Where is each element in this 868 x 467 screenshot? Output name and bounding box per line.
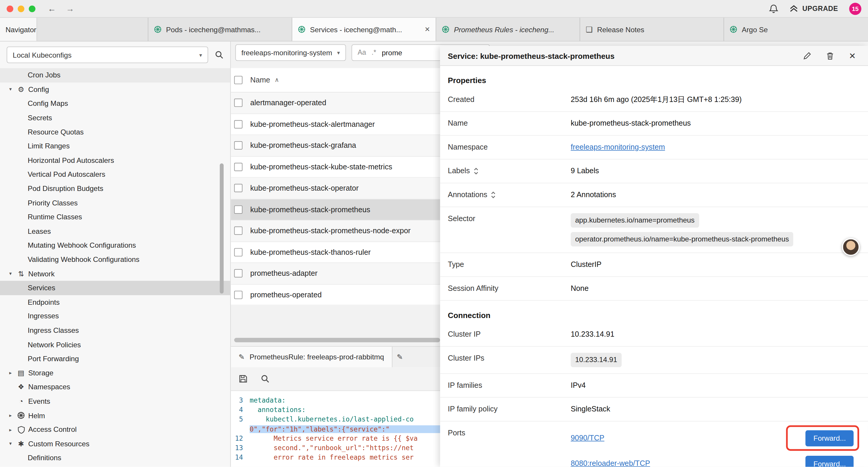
- line-number: 14: [231, 454, 250, 461]
- close-drawer-icon[interactable]: ✕: [849, 51, 856, 61]
- row-checkbox[interactable]: [234, 163, 243, 171]
- sidebar-item-config-maps[interactable]: Config Maps: [0, 96, 230, 111]
- sidebar-item-runtime-classes[interactable]: Runtime Classes: [0, 210, 230, 224]
- regex-toggle[interactable]: .*: [372, 49, 376, 56]
- save-icon[interactable]: [239, 375, 248, 383]
- unfold-more-icon[interactable]: [491, 191, 496, 200]
- sidebar-item-resource-quotas[interactable]: Resource Quotas: [0, 125, 230, 139]
- label-text: IP families: [448, 380, 482, 391]
- sidebar-item-config[interactable]: ▾⚙Config: [0, 82, 230, 96]
- row-checkbox[interactable]: [234, 141, 243, 150]
- column-header-name[interactable]: Name: [250, 76, 270, 84]
- row-checkbox[interactable]: [234, 184, 243, 193]
- editor-tab-pods-icecheng-mathmas[interactable]: Pods - icecheng@mathmas...: [148, 18, 292, 41]
- chevron-down-icon[interactable]: ▾: [6, 441, 16, 447]
- sidebar-item-definitions[interactable]: Definitions: [0, 451, 230, 465]
- row-checkbox[interactable]: [234, 248, 243, 256]
- sidebar-item-storage[interactable]: ▸▤Storage: [0, 366, 230, 380]
- chevron-down-icon[interactable]: ▾: [6, 271, 16, 276]
- chevron-right-icon[interactable]: ▸: [6, 370, 16, 376]
- kubernetes-icon: [298, 25, 306, 33]
- editor-tab-prometheus-rules-icecheng[interactable]: Prometheus Rules - icecheng...: [436, 18, 580, 41]
- notifications-bell-icon[interactable]: [769, 4, 778, 13]
- port-link[interactable]: 8080:reloader-web/TCP: [571, 458, 650, 467]
- sidebar-item-network-policies[interactable]: Network Policies: [0, 338, 230, 352]
- zoom-window-button[interactable]: [29, 5, 35, 12]
- edit-resource-icon[interactable]: [804, 52, 812, 60]
- chevron-right-icon[interactable]: ▸: [6, 413, 16, 418]
- forward-button[interactable]: →: [66, 4, 74, 13]
- editor-tab-services-icecheng-math[interactable]: Services - icecheng@math...✕: [292, 18, 436, 41]
- namespace-selector-value: freeleaps-monitoring-system: [241, 49, 332, 57]
- drawer-row-value: 2 Annotations: [571, 189, 860, 200]
- sidebar-item-custom-resources[interactable]: ▾✱Custom Resources: [0, 437, 230, 451]
- sidebar-item-pod-disruption-budgets[interactable]: Pod Disruption Budgets: [0, 181, 230, 196]
- back-button[interactable]: ←: [48, 4, 56, 13]
- sidebar-item-events[interactable]: ◔Events: [0, 394, 230, 408]
- drawer-row-created: Created253d 16h 6m ago (2025年1月13日 GMT+8…: [440, 88, 868, 112]
- sort-ascending-icon[interactable]: ∧: [275, 77, 279, 84]
- close-tab-icon[interactable]: ✕: [425, 25, 430, 33]
- port-link[interactable]: 9090/TCP: [571, 432, 604, 443]
- sidebar-item-network[interactable]: ▾⇅Network: [0, 267, 230, 281]
- row-name: kube-prometheus-stack-alertmanager: [250, 120, 375, 128]
- value-text: kube-prometheus-stack-prometheus: [571, 119, 691, 127]
- sidebar-item-access-control[interactable]: ▸Access Control: [0, 422, 230, 437]
- notification-count-badge[interactable]: 15: [849, 2, 861, 14]
- row-checkbox[interactable]: [234, 269, 243, 278]
- sidebar-item-services[interactable]: Services: [0, 281, 230, 295]
- sidebar-item-priority-classes[interactable]: Priority Classes: [0, 196, 230, 210]
- sidebar-item-secrets[interactable]: Secrets: [0, 111, 230, 125]
- sidebar-search-icon[interactable]: [215, 51, 224, 59]
- match-case-toggle[interactable]: Aa: [358, 49, 366, 56]
- minimize-window-button[interactable]: [18, 5, 24, 12]
- sidebar-item-cron-jobs[interactable]: Cron Jobs: [0, 68, 230, 82]
- value-link[interactable]: freeleaps-monitoring-system: [571, 143, 665, 151]
- row-checkbox[interactable]: [234, 227, 243, 235]
- delete-resource-icon[interactable]: [826, 51, 834, 60]
- sidebar-item-helm[interactable]: ▸Helm: [0, 408, 230, 422]
- row-checkbox[interactable]: [234, 205, 243, 214]
- sidebar-scrollbar[interactable]: [220, 164, 224, 293]
- table-horizontal-scrollbar[interactable]: [234, 338, 440, 342]
- sidebar-item-mutating-webhook-configurations[interactable]: Mutating Webhook Configurations: [0, 238, 230, 253]
- row-name: prometheus-adapter: [250, 269, 318, 278]
- drawer-row-ip-families: IP familiesIPv4: [440, 374, 868, 398]
- sidebar-item-namespaces[interactable]: ❖Namespaces: [0, 380, 230, 394]
- sidebar-item-ingress-classes[interactable]: Ingress Classes: [0, 323, 230, 338]
- dock-tab-prometheusrule-freeleaps-prod-rabbitmq[interactable]: ✎PrometheusRule: freeleaps-prod-rabbitmq: [231, 347, 392, 367]
- upgrade-button[interactable]: UPGRADE: [790, 4, 838, 13]
- kubeconfig-selector[interactable]: Local Kubeconfigs ▾: [6, 47, 208, 63]
- sidebar-item-leases[interactable]: Leases: [0, 224, 230, 238]
- sidebar-item-label: Helm: [28, 411, 45, 419]
- sidebar-item-label: Priority Classes: [28, 199, 78, 207]
- unfold-more-icon[interactable]: [473, 167, 479, 176]
- namespace-selector[interactable]: freeleaps-monitoring-system ▾: [235, 44, 346, 61]
- chevron-down-icon[interactable]: ▾: [6, 87, 16, 92]
- row-checkbox[interactable]: [234, 291, 243, 299]
- sidebar-item-limit-ranges[interactable]: Limit Ranges: [0, 139, 230, 153]
- select-all-checkbox[interactable]: [234, 76, 243, 84]
- editor-search-icon[interactable]: [261, 375, 270, 383]
- row-checkbox[interactable]: [234, 120, 243, 128]
- port-forward-button[interactable]: Forward...: [806, 456, 854, 467]
- sidebar-item-vertical-pod-autoscalers[interactable]: Vertical Pod Autoscalers: [0, 167, 230, 181]
- sidebar-item-label: Storage: [28, 369, 54, 377]
- row-name: prometheus-operated: [250, 291, 322, 299]
- sidebar-item-port-forwarding[interactable]: Port Forwarding: [0, 352, 230, 366]
- label-text: Annotations: [448, 189, 488, 200]
- port-forward-button[interactable]: Forward...: [806, 430, 854, 446]
- chevron-right-icon[interactable]: ▸: [6, 427, 16, 432]
- close-window-button[interactable]: [6, 5, 13, 12]
- sidebar-item-validating-webhook-configurations[interactable]: Validating Webhook Configurations: [0, 253, 230, 267]
- sidebar-item-endpoints[interactable]: Endpoints: [0, 295, 230, 309]
- value-text: IPv4: [571, 381, 586, 389]
- drawer-row-cluster-ip: Cluster IP10.233.14.91: [440, 323, 868, 347]
- value-text: 253d 16h 6m ago (2025年1月13日 GMT+8 1:25:3…: [571, 95, 742, 104]
- editor-tab-release-notes[interactable]: ❏Release Notes: [580, 18, 724, 41]
- user-avatar[interactable]: [842, 238, 860, 256]
- sidebar-item-ingresses[interactable]: Ingresses: [0, 309, 230, 323]
- sidebar-item-horizontal-pod-autoscalers[interactable]: Horizontal Pod Autoscalers: [0, 153, 230, 167]
- editor-tab-argo-se[interactable]: Argo Se: [724, 18, 868, 41]
- row-checkbox[interactable]: [234, 99, 243, 107]
